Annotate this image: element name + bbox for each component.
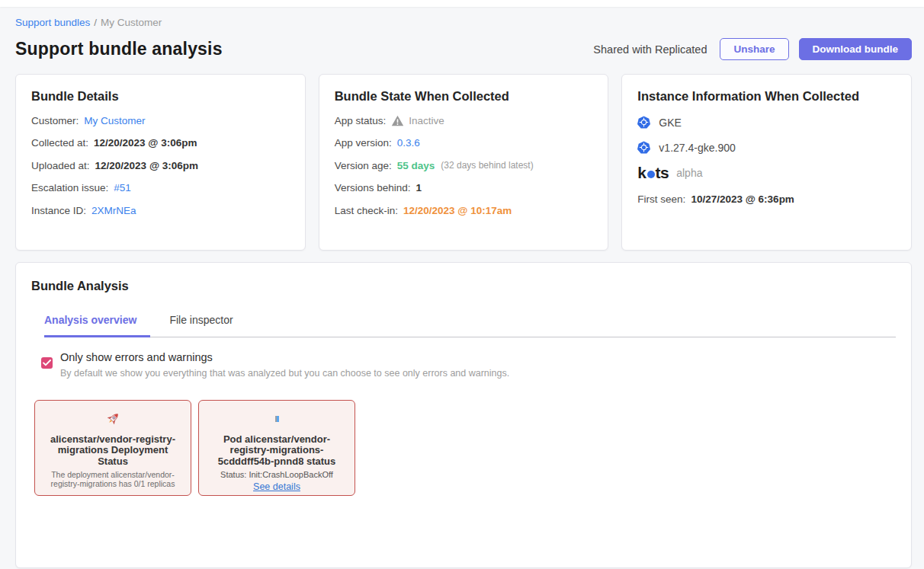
kots-version-row: kts alpha	[637, 164, 896, 182]
bundle-analysis-card: Bundle Analysis Analysis overview File i…	[15, 262, 912, 568]
versions-behind-value: 1	[416, 182, 422, 193]
filter-label[interactable]: Only show errors and warnings	[60, 351, 509, 363]
last-checkin-value: 12/20/2023 @ 10:17am	[403, 205, 512, 216]
escalation-issue-row: Escalation issue: #51	[31, 182, 290, 193]
first-seen-label: First seen:	[637, 193, 685, 205]
tab-analysis-overview[interactable]: Analysis overview	[44, 314, 150, 337]
last-checkin-row: Last check-in: 12/20/2023 @ 10:17am	[335, 205, 593, 216]
uploaded-at-label: Uploaded at:	[31, 160, 90, 171]
error-card-title: Pod alicenstar/vendor-registry-migration…	[209, 434, 345, 467]
distribution-row: GKE	[637, 116, 896, 129]
see-details-link[interactable]: See details	[253, 481, 300, 492]
download-bundle-button[interactable]: Download bundle	[799, 38, 913, 60]
escalation-issue-label: Escalation issue:	[31, 182, 108, 193]
instance-id-label: Instance ID:	[31, 205, 86, 216]
bundle-state-title: Bundle State When Collected	[335, 89, 593, 104]
kots-logo-o-icon	[647, 171, 655, 178]
version-age-row: Version age: 55 days (32 days behind lat…	[335, 160, 593, 171]
header-actions: Shared with Replicated Unshare Download …	[593, 38, 912, 60]
instance-info-title: Instance Information When Collected	[637, 89, 896, 104]
versions-behind-row: Versions behind: 1	[335, 182, 593, 193]
breadcrumb-support-bundles-link[interactable]: Support bundles	[15, 17, 90, 28]
summary-cards-row: Bundle Details Customer: My Customer Col…	[15, 74, 912, 251]
k8s-version-row: v1.27.4-gke.900	[637, 141, 896, 154]
breadcrumb-separator: /	[94, 17, 97, 28]
kots-channel: alpha	[676, 167, 702, 179]
check-icon	[43, 360, 51, 366]
customer-label: Customer:	[31, 115, 79, 126]
app-version-link[interactable]: 0.3.6	[397, 137, 420, 149]
rocket-icon	[45, 411, 181, 427]
warning-triangle-icon	[391, 115, 404, 126]
escalation-issue-link[interactable]: #51	[114, 182, 131, 193]
version-age-label: Version age:	[335, 160, 392, 171]
page-header: Support bundle analysis Shared with Repl…	[15, 38, 912, 60]
collected-at-label: Collected at:	[31, 137, 88, 149]
version-age-note: (32 days behind latest)	[441, 160, 533, 171]
uploaded-at-row: Uploaded at: 12/20/2023 @ 3:06pm	[31, 160, 290, 171]
only-errors-checkbox[interactable]	[41, 357, 53, 369]
app-status-row: App status: Inactive	[335, 115, 593, 126]
analysis-results: alicenstar/vendor-registry-migrations De…	[34, 400, 896, 496]
collected-at-row: Collected at: 12/20/2023 @ 3:06pm	[31, 137, 290, 149]
kots-logo: kts	[637, 164, 669, 182]
breadcrumb: Support bundles/My Customer	[15, 17, 912, 28]
error-card-status: Status: Init:CrashLoopBackOff	[209, 470, 345, 479]
uploaded-at-value: 12/20/2023 @ 3:06pm	[95, 160, 199, 171]
versions-behind-label: Versions behind:	[335, 182, 411, 193]
bundle-analysis-title: Bundle Analysis	[31, 279, 896, 293]
app-status-label: App status:	[335, 115, 387, 126]
errors-filter-row: Only show errors and warnings By default…	[41, 351, 896, 379]
bundle-state-card: Bundle State When Collected App status: …	[319, 74, 609, 251]
tab-file-inspector[interactable]: File inspector	[169, 314, 246, 337]
deployment-status-error-card[interactable]: alicenstar/vendor-registry-migrations De…	[34, 400, 191, 496]
shared-status-text: Shared with Replicated	[593, 43, 707, 56]
broken-image-icon	[209, 411, 345, 427]
breadcrumb-current: My Customer	[101, 17, 162, 28]
app-version-label: App version:	[335, 137, 392, 149]
bundle-details-card: Bundle Details Customer: My Customer Col…	[15, 74, 306, 251]
filter-description: By default we show you everything that w…	[60, 368, 509, 379]
instance-id-row: Instance ID: 2XMrNEa	[31, 205, 290, 216]
instance-id-link[interactable]: 2XMrNEa	[91, 205, 136, 216]
distribution-value: GKE	[659, 117, 682, 129]
unshare-button[interactable]: Unshare	[720, 38, 788, 60]
support-bundle-analysis-page: Support bundles/My Customer Support bund…	[0, 7, 924, 568]
top-bar	[0, 0, 924, 7]
page-title: Support bundle analysis	[15, 39, 223, 59]
k8s-version-value: v1.27.4-gke.900	[659, 142, 735, 154]
bundle-details-title: Bundle Details	[31, 89, 290, 104]
first-seen-value: 10/27/2023 @ 6:36pm	[691, 193, 794, 205]
app-status-value: Inactive	[409, 115, 444, 126]
app-version-row: App version: 0.3.6	[335, 137, 593, 149]
filter-text-block: Only show errors and warnings By default…	[60, 351, 509, 379]
pod-status-error-card[interactable]: Pod alicenstar/vendor-registry-migration…	[198, 400, 355, 496]
error-card-description: The deployment alicenstar/vendor-registr…	[45, 470, 181, 489]
customer-row: Customer: My Customer	[31, 115, 290, 126]
instance-info-card: Instance Information When Collected GKE …	[621, 74, 912, 251]
kubernetes-icon	[637, 141, 650, 154]
kubernetes-icon	[637, 116, 650, 129]
customer-link[interactable]: My Customer	[84, 115, 145, 126]
version-age-value: 55 days	[397, 160, 435, 171]
error-card-title: alicenstar/vendor-registry-migrations De…	[45, 434, 181, 467]
last-checkin-label: Last check-in:	[335, 205, 398, 216]
analysis-tabs: Analysis overview File inspector	[44, 314, 896, 337]
first-seen-row: First seen: 10/27/2023 @ 6:36pm	[637, 193, 896, 205]
collected-at-value: 12/20/2023 @ 3:06pm	[94, 137, 197, 149]
